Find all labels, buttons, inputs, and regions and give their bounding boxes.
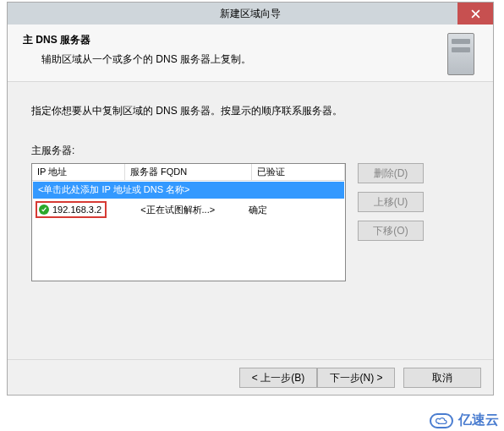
col-validated[interactable]: 已验证 [252, 164, 345, 180]
col-ip[interactable]: IP 地址 [32, 164, 125, 180]
wizard-footer: < 上一步(B) 下一步(N) > 取消 [8, 359, 493, 395]
col-fqdn[interactable]: 服务器 FQDN [125, 164, 252, 180]
status-ok-icon [39, 205, 49, 215]
server-icon [447, 33, 474, 75]
watermark: 亿速云 [430, 412, 499, 429]
instruction-text: 指定你想要从中复制区域的 DNS 服务器。按显示的顺序联系服务器。 [31, 104, 469, 118]
add-server-hint[interactable]: <单击此处添加 IP 地址或 DNS 名称> [33, 182, 344, 199]
wizard-window: 新建区域向导 主 DNS 服务器 辅助区域从一个或多个的 DNS 服务器上复制。… [7, 2, 494, 396]
master-servers-label: 主服务器: [31, 144, 469, 158]
back-button[interactable]: < 上一步(B) [239, 368, 317, 388]
next-button[interactable]: 下一步(N) > [317, 368, 395, 388]
cancel-button[interactable]: 取消 [403, 368, 481, 388]
window-title: 新建区域向导 [8, 7, 493, 21]
list-header: IP 地址 服务器 FQDN 已验证 [32, 164, 345, 181]
close-icon [471, 9, 480, 19]
list-buttons: 删除(D) 上移(U) 下移(O) [358, 163, 424, 281]
watermark-text: 亿速云 [458, 412, 499, 429]
page-heading: 主 DNS 服务器 [23, 33, 478, 47]
server-validated: 确定 [249, 204, 267, 216]
server-fqdn: <正在试图解析...> [140, 204, 215, 216]
delete-button[interactable]: 删除(D) [358, 163, 424, 183]
server-ip: 192.168.3.2 [52, 205, 101, 215]
move-up-button[interactable]: 上移(U) [358, 192, 424, 212]
wizard-body: 指定你想要从中复制区域的 DNS 服务器。按显示的顺序联系服务器。 主服务器: … [8, 82, 493, 281]
master-servers-list[interactable]: IP 地址 服务器 FQDN 已验证 <单击此处添加 IP 地址或 DNS 名称… [31, 163, 346, 281]
close-button[interactable] [457, 3, 493, 25]
move-down-button[interactable]: 下移(O) [358, 221, 424, 241]
watermark-cloud-icon [430, 413, 453, 428]
wizard-header: 主 DNS 服务器 辅助区域从一个或多个的 DNS 服务器上复制。 [8, 25, 493, 82]
titlebar[interactable]: 新建区域向导 [8, 3, 493, 25]
server-row[interactable]: 192.168.3.2 <正在试图解析...> 确定 [32, 200, 345, 219]
page-subtext: 辅助区域从一个或多个的 DNS 服务器上复制。 [41, 52, 478, 67]
ip-highlight: 192.168.3.2 [36, 201, 107, 218]
